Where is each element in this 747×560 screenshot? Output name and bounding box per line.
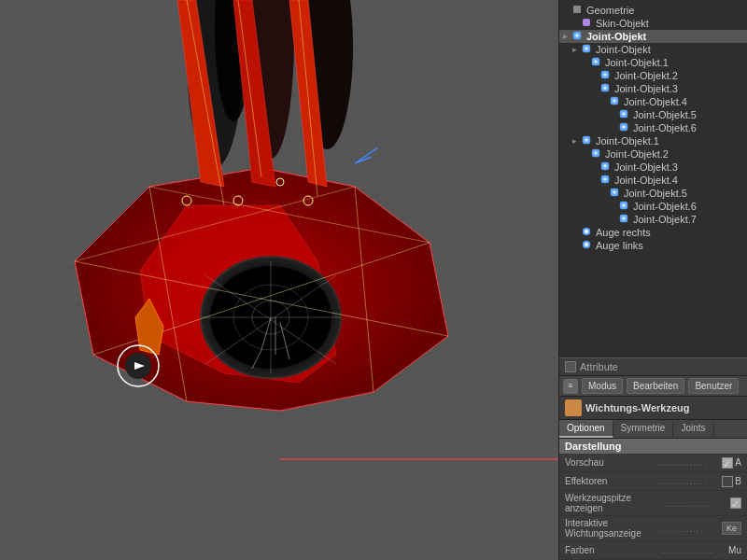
prop-row-0: Vorschau .............. ✓A <box>559 454 747 472</box>
tree-item-skin-objekt[interactable]: Skin-Objekt <box>559 17 747 30</box>
joint-icon <box>619 214 630 225</box>
prop-checkbox-0[interactable]: ✓ <box>722 457 733 469</box>
tree-label-joint-objekt-2-6: Joint-Objekt.6 <box>633 201 697 212</box>
sub-tab-joints[interactable]: Joints <box>673 420 713 438</box>
tree-item-joint-objekt-child1[interactable]: ▸Joint-Objekt <box>559 43 747 56</box>
joint-icon <box>582 135 593 147</box>
viewport[interactable] <box>0 0 558 560</box>
tree-item-joint-objekt-1-5[interactable]: Joint-Objekt.5 <box>559 108 747 121</box>
geo-icon <box>572 5 584 16</box>
tree-item-joint-objekt-2-2[interactable]: Joint-Objekt.2 <box>559 147 747 161</box>
tree-label-skin-objekt: Skin-Objekt <box>596 18 649 29</box>
joint-icon <box>572 31 584 42</box>
tree-label-joint-objekt-2-4: Joint-Objekt.4 <box>614 175 678 186</box>
tree-item-joint-objekt-1-3[interactable]: Joint-Objekt.3 <box>559 82 747 95</box>
prop-row-2: Werkzeugspitze anzeigen .............. ✓ <box>559 491 747 516</box>
prop-checkbox-2[interactable]: ✓ <box>730 497 741 509</box>
tree-item-joint-objekt-root[interactable]: ▸Joint-Objekt <box>559 30 747 43</box>
tree-item-joint-objekt-2-3[interactable]: Joint-Objekt.3 <box>559 161 747 174</box>
joint-icon <box>619 201 630 212</box>
tree-label-joint-objekt-2-2: Joint-Objekt.2 <box>605 148 669 160</box>
tree-item-joint-objekt-2-4[interactable]: Joint-Objekt.4 <box>559 174 747 187</box>
svg-rect-53 <box>573 6 581 13</box>
prop-checkbox-1[interactable] <box>722 476 733 487</box>
joint-icon <box>610 188 621 199</box>
prop-label-2: Werkzeugspitze anzeigen <box>565 493 648 513</box>
sub-tab-optionen[interactable]: Optionen <box>559 420 613 438</box>
prop-button-3[interactable]: Ke <box>722 522 741 535</box>
joint-icon <box>600 70 612 81</box>
modus-button[interactable]: Modus <box>582 378 623 394</box>
tab-toolbar: ≡ Modus Bearbeiten Benutzer <box>559 376 747 397</box>
joint-icon <box>591 57 602 68</box>
prop-label-3: Interaktive Wichtungsanzeige <box>565 518 643 539</box>
tree-label-joint-objekt-1-1: Joint-Objekt.1 <box>605 57 669 68</box>
bearbeiten-button[interactable]: Bearbeiten <box>627 378 684 394</box>
tree-item-joint-objekt-1-1[interactable]: Joint-Objekt.1 <box>559 56 747 69</box>
prop-dots-0: .............. <box>643 457 722 468</box>
prop-dots-3: .............. <box>643 524 722 534</box>
joint-icon <box>619 109 630 120</box>
tree-item-joint-objekt-2-7[interactable]: Joint-Objekt.7 <box>559 213 747 226</box>
tree-item-joint-objekt-2-root[interactable]: ▸Joint-Objekt.1 <box>559 134 747 147</box>
prop-row-4: Farben .............. Mu <box>559 541 747 560</box>
attribute-bar: Attribute <box>559 357 747 376</box>
sub-tab-symmetrie[interactable]: Symmetrie <box>613 420 674 438</box>
attribute-checkbox[interactable] <box>565 361 576 372</box>
prop-label-4: Farben <box>565 545 647 555</box>
eye-icon <box>582 227 593 238</box>
benutzer-button[interactable]: Benutzer <box>688 378 739 394</box>
model-svg <box>0 0 558 560</box>
tree-item-joint-objekt-1-4[interactable]: Joint-Objekt.4 <box>559 95 747 108</box>
section-title: Darstellung <box>559 439 747 454</box>
properties: Darstellung Vorschau .............. ✓AEf… <box>559 439 747 560</box>
main-layout: GeometrieSkin-Objekt▸Joint-Objekt▸Joint-… <box>0 0 747 560</box>
joint-icon <box>610 96 621 107</box>
tree-label-joint-objekt-1-5: Joint-Objekt.5 <box>633 109 697 120</box>
tree-label-joint-objekt-2-3: Joint-Objekt.3 <box>614 161 678 173</box>
joint-icon <box>600 83 612 94</box>
joint-icon <box>582 44 593 55</box>
skin-icon <box>582 18 593 29</box>
tree-label-joint-objekt-child1: Joint-Objekt <box>596 44 651 55</box>
tree-label-joint-objekt-root: Joint-Objekt <box>586 31 646 42</box>
joint-icon <box>591 148 602 160</box>
tree-label-geometrie: Geometrie <box>586 5 634 16</box>
tree-label-auge-rechts: Auge rechts <box>596 227 651 238</box>
tree-label-joint-objekt-2-5: Joint-Objekt.5 <box>624 188 687 199</box>
prop-value-1: B <box>722 476 741 487</box>
joint-icon <box>600 175 612 186</box>
tool-info: Wichtungs-Werkzeug <box>559 397 747 420</box>
prop-value-2: ✓ <box>730 497 741 509</box>
tree-item-geometrie[interactable]: Geometrie <box>559 4 747 17</box>
tree-label-auge-links: Auge links <box>596 240 643 251</box>
prop-value-0: ✓A <box>722 457 741 469</box>
tree-label-joint-objekt-1-2: Joint-Objekt.2 <box>614 70 678 81</box>
tree-item-joint-objekt-2-6[interactable]: Joint-Objekt.6 <box>559 200 747 213</box>
joint-icon <box>619 122 630 133</box>
tree-label-joint-objekt-1-3: Joint-Objekt.3 <box>614 83 678 94</box>
prop-text-4: Mu <box>728 545 741 555</box>
svg-point-103 <box>585 243 588 246</box>
prop-dots-2: .............. <box>648 498 731 509</box>
sub-tabs: OptionenSymmetrieJoints <box>559 420 747 439</box>
tree-label-joint-objekt-1-4: Joint-Objekt.4 <box>624 96 687 107</box>
svg-rect-54 <box>583 19 590 26</box>
prop-dots-1: .............. <box>643 476 722 486</box>
scene-tree[interactable]: GeometrieSkin-Objekt▸Joint-Objekt▸Joint-… <box>559 0 747 357</box>
prop-label-1: Effektoren <box>565 476 643 486</box>
tool-label: Wichtungs-Werkzeug <box>585 402 690 413</box>
svg-point-101 <box>585 230 588 233</box>
tree-item-joint-objekt-2-5[interactable]: Joint-Objekt.5 <box>559 187 747 200</box>
tree-label-joint-objekt-2-7: Joint-Objekt.7 <box>633 214 697 225</box>
tree-item-auge-rechts[interactable]: Auge rechts <box>559 226 747 239</box>
prop-rows-container: Vorschau .............. ✓AEffektoren ...… <box>559 454 747 560</box>
prop-label-0: Vorschau <box>565 457 643 468</box>
tree-item-auge-links[interactable]: Auge links <box>559 239 747 252</box>
prop-value-3: Ke <box>722 522 741 535</box>
tool-icon <box>565 399 582 416</box>
attribute-label: Attribute <box>580 361 618 372</box>
tree-item-joint-objekt-1-2[interactable]: Joint-Objekt.2 <box>559 69 747 82</box>
tree-item-joint-objekt-1-6[interactable]: Joint-Objekt.6 <box>559 121 747 134</box>
prop-row-1: Effektoren .............. B <box>559 472 747 491</box>
